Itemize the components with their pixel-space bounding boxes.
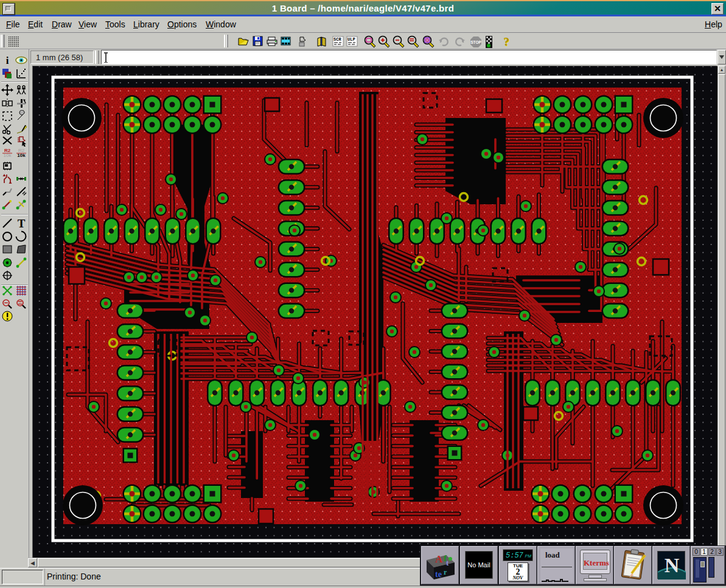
svg-text:r: r (444, 568, 447, 576)
svg-text:STOP: STOP (470, 40, 481, 44)
svg-text:?: ? (503, 35, 509, 48)
svg-text:t: t (446, 558, 449, 567)
svg-text:SCR: SCR (333, 37, 341, 42)
svg-text:i: i (6, 55, 9, 66)
svg-text:A: A (435, 553, 443, 565)
svg-text:ULP: ULP (347, 37, 355, 42)
svg-text:N: N (665, 554, 680, 576)
svg-text:T: T (18, 217, 26, 229)
svg-text:te: te (435, 570, 442, 579)
